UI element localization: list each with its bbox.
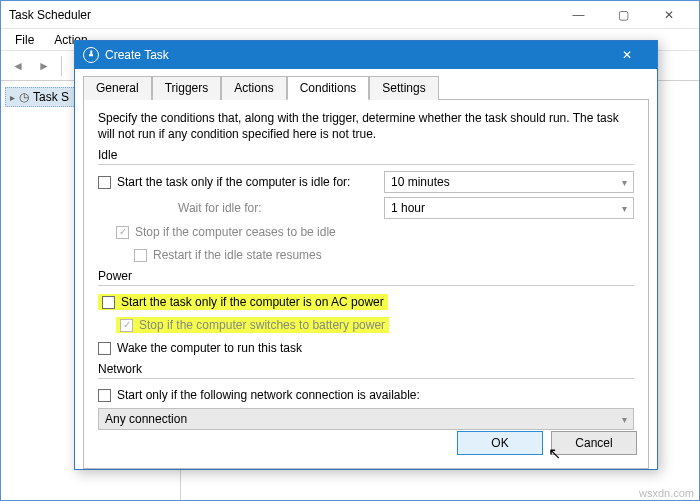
network-header: Network	[98, 362, 634, 376]
create-task-dialog: Create Task ✕ General Triggers Actions C…	[74, 40, 658, 470]
minimize-button[interactable]: —	[556, 1, 601, 29]
idle-wait-label: Wait for idle for:	[178, 201, 262, 215]
idle-stop-checkbox[interactable]	[116, 226, 129, 239]
tab-general[interactable]: General	[83, 76, 152, 100]
idle-start-label: Start the task only if the computer is i…	[117, 175, 350, 189]
close-button[interactable]: ✕	[646, 1, 691, 29]
power-ac-label: Start the task only if the computer is o…	[121, 295, 384, 309]
power-wake-checkbox[interactable]	[98, 342, 111, 355]
cancel-button[interactable]: Cancel	[551, 431, 637, 455]
dialog-title: Create Task	[105, 48, 169, 62]
divider	[98, 285, 634, 286]
menu-file[interactable]: File	[7, 31, 42, 48]
forward-button[interactable]: ►	[33, 55, 55, 77]
tab-settings[interactable]: Settings	[369, 76, 438, 100]
power-ac-checkbox[interactable]	[102, 296, 115, 309]
dialog-titlebar: Create Task ✕	[75, 41, 657, 69]
main-titlebar: Task Scheduler — ▢ ✕	[1, 1, 699, 29]
power-battery-checkbox[interactable]	[120, 319, 133, 332]
tab-actions[interactable]: Actions	[221, 76, 286, 100]
highlight: Start the task only if the computer is o…	[98, 294, 388, 310]
network-select[interactable]: Any connection ▾	[98, 408, 634, 430]
idle-stop-label: Stop if the computer ceases to be idle	[135, 225, 336, 239]
tab-conditions[interactable]: Conditions	[287, 76, 370, 100]
back-button[interactable]: ◄	[7, 55, 29, 77]
tree-item-label: Task S	[33, 90, 69, 104]
power-battery-label: Stop if the computer switches to battery…	[139, 318, 385, 332]
idle-wait-select[interactable]: 1 hour ▾	[384, 197, 634, 219]
idle-start-checkbox[interactable]	[98, 176, 111, 189]
idle-duration-select[interactable]: 10 minutes ▾	[384, 171, 634, 193]
clock-icon	[83, 47, 99, 63]
idle-header: Idle	[98, 148, 634, 162]
network-start-label: Start only if the following network conn…	[117, 388, 420, 402]
dialog-close-button[interactable]: ✕	[604, 41, 649, 69]
power-wake-label: Wake the computer to run this task	[117, 341, 302, 355]
chevron-down-icon: ▾	[622, 203, 627, 214]
tab-triggers[interactable]: Triggers	[152, 76, 222, 100]
power-header: Power	[98, 269, 634, 283]
dialog-buttons: OK Cancel	[457, 431, 637, 455]
idle-restart-checkbox[interactable]	[134, 249, 147, 262]
chevron-down-icon: ▾	[622, 177, 627, 188]
conditions-description: Specify the conditions that, along with …	[98, 110, 634, 142]
tab-strip: General Triggers Actions Conditions Sett…	[75, 69, 657, 99]
clock-icon: ◷	[19, 90, 29, 104]
highlight: Stop if the computer switches to battery…	[116, 317, 389, 333]
maximize-button[interactable]: ▢	[601, 1, 646, 29]
network-start-checkbox[interactable]	[98, 389, 111, 402]
chevron-down-icon: ▾	[622, 414, 627, 425]
divider	[98, 164, 634, 165]
idle-restart-label: Restart if the idle state resumes	[153, 248, 322, 262]
expand-icon: ▸	[10, 92, 15, 103]
toolbar-separator	[61, 56, 62, 76]
watermark: wsxdn.com	[639, 487, 694, 499]
divider	[98, 378, 634, 379]
app-title: Task Scheduler	[9, 8, 91, 22]
conditions-panel: Specify the conditions that, along with …	[83, 99, 649, 469]
ok-button[interactable]: OK	[457, 431, 543, 455]
